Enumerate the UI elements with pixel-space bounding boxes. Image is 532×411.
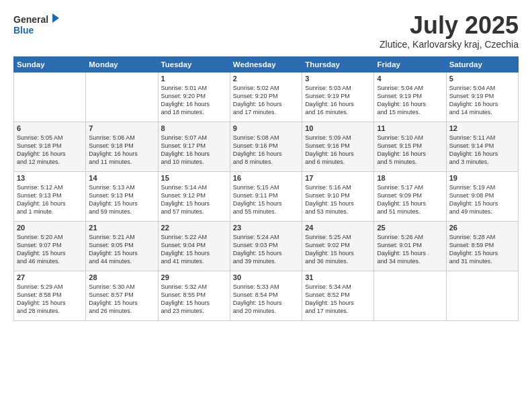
day-info: Sunrise: 5:14 AM Sunset: 9:12 PM Dayligh… <box>161 183 227 216</box>
table-row: 17Sunrise: 5:16 AM Sunset: 9:10 PM Dayli… <box>302 171 374 221</box>
day-info: Sunrise: 5:32 AM Sunset: 8:55 PM Dayligh… <box>161 283 227 316</box>
logo-svg: GeneralBlue <box>13 12 60 36</box>
day-number: 7 <box>89 124 154 132</box>
table-row: 29Sunrise: 5:32 AM Sunset: 8:55 PM Dayli… <box>158 271 230 320</box>
table-row: 22Sunrise: 5:22 AM Sunset: 9:04 PM Dayli… <box>158 221 230 271</box>
day-info: Sunrise: 5:07 AM Sunset: 9:17 PM Dayligh… <box>161 134 227 167</box>
day-number: 22 <box>161 224 227 232</box>
col-thursday: Thursday <box>302 56 374 72</box>
title-block: July 2025 Zlutice, Karlovarsky kraj, Cze… <box>380 12 519 50</box>
calendar-week-row: 27Sunrise: 5:29 AM Sunset: 8:58 PM Dayli… <box>14 271 519 320</box>
day-number: 18 <box>377 174 443 182</box>
day-info: Sunrise: 5:20 AM Sunset: 9:07 PM Dayligh… <box>17 233 83 266</box>
table-row <box>446 271 518 320</box>
day-number: 26 <box>449 224 515 232</box>
day-info: Sunrise: 5:03 AM Sunset: 9:19 PM Dayligh… <box>305 84 371 117</box>
day-info: Sunrise: 5:02 AM Sunset: 9:20 PM Dayligh… <box>233 84 299 117</box>
day-info: Sunrise: 5:10 AM Sunset: 9:15 PM Dayligh… <box>377 134 443 167</box>
day-number: 19 <box>449 174 515 182</box>
table-row: 15Sunrise: 5:14 AM Sunset: 9:12 PM Dayli… <box>158 171 230 221</box>
day-info: Sunrise: 5:15 AM Sunset: 9:11 PM Dayligh… <box>233 183 299 216</box>
day-number: 24 <box>305 224 371 232</box>
day-info: Sunrise: 5:16 AM Sunset: 9:10 PM Dayligh… <box>305 183 371 216</box>
table-row: 2Sunrise: 5:02 AM Sunset: 9:20 PM Daylig… <box>230 72 302 122</box>
calendar-week-row: 20Sunrise: 5:20 AM Sunset: 9:07 PM Dayli… <box>14 221 519 271</box>
day-number: 12 <box>449 124 515 132</box>
col-friday: Friday <box>374 56 446 72</box>
table-row: 26Sunrise: 5:28 AM Sunset: 8:59 PM Dayli… <box>446 221 518 271</box>
svg-text:Blue: Blue <box>13 25 34 36</box>
calendar-header-row: Sunday Monday Tuesday Wednesday Thursday… <box>14 56 519 72</box>
table-row: 11Sunrise: 5:10 AM Sunset: 9:15 PM Dayli… <box>374 122 446 171</box>
day-number: 27 <box>17 273 83 281</box>
day-info: Sunrise: 5:09 AM Sunset: 9:16 PM Dayligh… <box>305 134 371 167</box>
table-row: 9Sunrise: 5:08 AM Sunset: 9:16 PM Daylig… <box>230 122 302 171</box>
col-tuesday: Tuesday <box>158 56 230 72</box>
day-number: 17 <box>305 174 371 182</box>
day-number: 31 <box>305 273 371 281</box>
table-row: 6Sunrise: 5:05 AM Sunset: 9:18 PM Daylig… <box>14 122 86 171</box>
day-info: Sunrise: 5:06 AM Sunset: 9:18 PM Dayligh… <box>89 134 154 167</box>
day-number: 6 <box>17 124 83 132</box>
day-info: Sunrise: 5:04 AM Sunset: 9:19 PM Dayligh… <box>377 84 443 117</box>
table-row: 16Sunrise: 5:15 AM Sunset: 9:11 PM Dayli… <box>230 171 302 221</box>
table-row: 18Sunrise: 5:17 AM Sunset: 9:09 PM Dayli… <box>374 171 446 221</box>
day-number: 11 <box>377 124 443 132</box>
day-number: 9 <box>233 124 299 132</box>
day-number: 14 <box>89 174 154 182</box>
table-row: 7Sunrise: 5:06 AM Sunset: 9:18 PM Daylig… <box>86 122 158 171</box>
day-info: Sunrise: 5:21 AM Sunset: 9:05 PM Dayligh… <box>89 233 154 266</box>
day-number: 8 <box>161 124 227 132</box>
table-row: 28Sunrise: 5:30 AM Sunset: 8:57 PM Dayli… <box>86 271 158 320</box>
day-info: Sunrise: 5:29 AM Sunset: 8:58 PM Dayligh… <box>17 283 83 316</box>
logo: GeneralBlue <box>13 12 60 36</box>
day-number: 5 <box>449 75 515 83</box>
subtitle: Zlutice, Karlovarsky kraj, Czechia <box>380 39 519 50</box>
day-info: Sunrise: 5:28 AM Sunset: 8:59 PM Dayligh… <box>449 233 515 266</box>
table-row: 19Sunrise: 5:19 AM Sunset: 9:08 PM Dayli… <box>446 171 518 221</box>
page: GeneralBlue July 2025 Zlutice, Karlovars… <box>0 0 532 411</box>
table-row <box>14 72 86 122</box>
day-info: Sunrise: 5:26 AM Sunset: 9:01 PM Dayligh… <box>377 233 443 266</box>
day-info: Sunrise: 5:33 AM Sunset: 8:54 PM Dayligh… <box>233 283 299 316</box>
day-number: 16 <box>233 174 299 182</box>
table-row: 23Sunrise: 5:24 AM Sunset: 9:03 PM Dayli… <box>230 221 302 271</box>
day-number: 29 <box>161 273 227 281</box>
day-info: Sunrise: 5:30 AM Sunset: 8:57 PM Dayligh… <box>89 283 154 316</box>
calendar-week-row: 1Sunrise: 5:01 AM Sunset: 9:20 PM Daylig… <box>14 72 519 122</box>
table-row <box>86 72 158 122</box>
day-number: 1 <box>161 75 227 83</box>
table-row: 5Sunrise: 5:04 AM Sunset: 9:19 PM Daylig… <box>446 72 518 122</box>
table-row: 25Sunrise: 5:26 AM Sunset: 9:01 PM Dayli… <box>374 221 446 271</box>
table-row: 10Sunrise: 5:09 AM Sunset: 9:16 PM Dayli… <box>302 122 374 171</box>
day-number: 21 <box>89 224 154 232</box>
table-row: 3Sunrise: 5:03 AM Sunset: 9:19 PM Daylig… <box>302 72 374 122</box>
day-number: 25 <box>377 224 443 232</box>
day-number: 10 <box>305 124 371 132</box>
day-info: Sunrise: 5:12 AM Sunset: 9:13 PM Dayligh… <box>17 183 83 216</box>
svg-marker-1 <box>52 13 59 23</box>
calendar-table: Sunday Monday Tuesday Wednesday Thursday… <box>13 56 519 321</box>
header: GeneralBlue July 2025 Zlutice, Karlovars… <box>13 12 519 50</box>
table-row: 13Sunrise: 5:12 AM Sunset: 9:13 PM Dayli… <box>14 171 86 221</box>
table-row: 24Sunrise: 5:25 AM Sunset: 9:02 PM Dayli… <box>302 221 374 271</box>
col-sunday: Sunday <box>14 56 86 72</box>
day-info: Sunrise: 5:19 AM Sunset: 9:08 PM Dayligh… <box>449 183 515 216</box>
day-info: Sunrise: 5:05 AM Sunset: 9:18 PM Dayligh… <box>17 134 83 167</box>
day-number: 23 <box>233 224 299 232</box>
table-row: 14Sunrise: 5:13 AM Sunset: 9:13 PM Dayli… <box>86 171 158 221</box>
day-info: Sunrise: 5:25 AM Sunset: 9:02 PM Dayligh… <box>305 233 371 266</box>
day-info: Sunrise: 5:04 AM Sunset: 9:19 PM Dayligh… <box>449 84 515 117</box>
table-row: 20Sunrise: 5:20 AM Sunset: 9:07 PM Dayli… <box>14 221 86 271</box>
table-row: 8Sunrise: 5:07 AM Sunset: 9:17 PM Daylig… <box>158 122 230 171</box>
day-number: 20 <box>17 224 83 232</box>
day-number: 4 <box>377 75 443 83</box>
table-row: 12Sunrise: 5:11 AM Sunset: 9:14 PM Dayli… <box>446 122 518 171</box>
table-row: 30Sunrise: 5:33 AM Sunset: 8:54 PM Dayli… <box>230 271 302 320</box>
table-row: 31Sunrise: 5:34 AM Sunset: 8:52 PM Dayli… <box>302 271 374 320</box>
calendar-week-row: 13Sunrise: 5:12 AM Sunset: 9:13 PM Dayli… <box>14 171 519 221</box>
col-wednesday: Wednesday <box>230 56 302 72</box>
col-monday: Monday <box>86 56 158 72</box>
day-number: 30 <box>233 273 299 281</box>
table-row <box>374 271 446 320</box>
